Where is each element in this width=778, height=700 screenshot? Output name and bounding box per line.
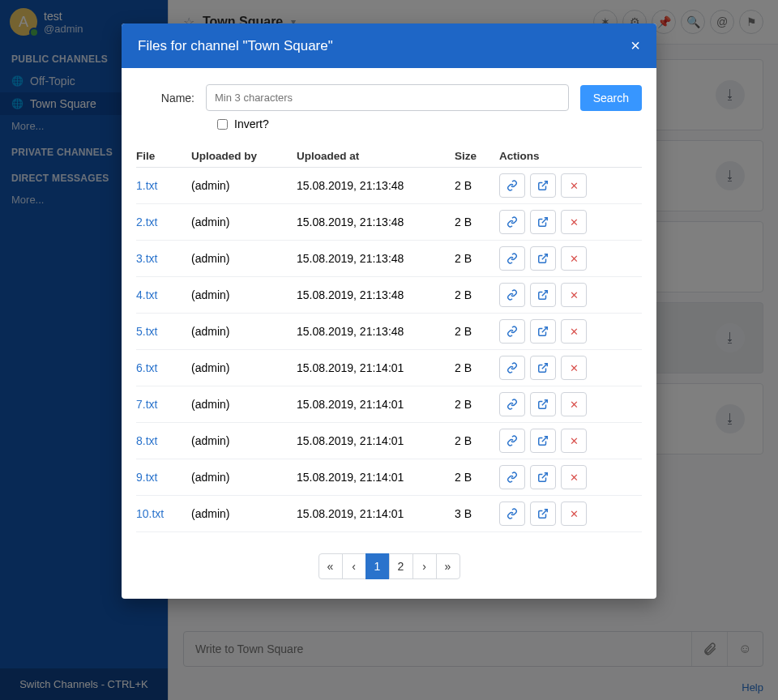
open-external-icon[interactable] [530, 356, 556, 380]
uploaded-by: (admin) [191, 361, 297, 374]
page-prev[interactable]: ‹ [342, 553, 366, 579]
file-size: 2 B [455, 252, 499, 265]
uploaded-at: 15.08.2019, 21:13:48 [297, 179, 455, 192]
col-uploaded-at: Uploaded at [297, 150, 455, 162]
file-size: 2 B [455, 361, 499, 374]
link-icon[interactable] [499, 173, 525, 198]
open-external-icon[interactable] [530, 465, 556, 489]
modal-title: Files for channel "Town Square" [138, 38, 333, 54]
invert-checkbox[interactable] [217, 119, 228, 130]
file-link[interactable]: 9.txt [136, 471, 191, 484]
table-row: 3.txt(admin)15.08.2019, 21:13:482 B✕ [136, 241, 642, 277]
uploaded-at: 15.08.2019, 21:14:01 [297, 361, 455, 374]
open-external-icon[interactable] [530, 319, 556, 344]
delete-icon[interactable]: ✕ [561, 319, 587, 344]
uploaded-by: (admin) [191, 252, 297, 265]
table-row: 6.txt(admin)15.08.2019, 21:14:012 B✕ [136, 350, 642, 386]
link-icon[interactable] [499, 210, 525, 234]
file-size: 2 B [455, 471, 499, 484]
file-link[interactable]: 5.txt [136, 325, 191, 338]
table-row: 9.txt(admin)15.08.2019, 21:14:012 B✕ [136, 459, 642, 496]
col-uploaded-by: Uploaded by [191, 150, 297, 162]
page-2[interactable]: 2 [389, 553, 413, 579]
open-external-icon[interactable] [530, 392, 556, 416]
file-link[interactable]: 7.txt [136, 398, 191, 411]
files-modal: Files for channel "Town Square" × Name: … [122, 23, 656, 599]
file-size: 2 B [455, 179, 499, 192]
row-actions: ✕ [499, 246, 642, 271]
row-actions: ✕ [499, 210, 642, 234]
page-1[interactable]: 1 [365, 553, 390, 579]
link-icon[interactable] [499, 283, 525, 307]
delete-icon[interactable]: ✕ [561, 210, 587, 234]
file-size: 2 B [455, 434, 499, 447]
file-link[interactable]: 8.txt [136, 434, 191, 447]
delete-icon[interactable]: ✕ [561, 502, 587, 526]
file-size: 2 B [455, 398, 499, 411]
row-actions: ✕ [499, 465, 642, 489]
file-link[interactable]: 3.txt [136, 252, 191, 265]
files-table: File Uploaded by Uploaded at Size Action… [136, 145, 642, 532]
page-next[interactable]: › [413, 553, 437, 579]
open-external-icon[interactable] [530, 173, 556, 198]
delete-icon[interactable]: ✕ [561, 246, 587, 271]
close-icon[interactable]: × [631, 36, 640, 55]
uploaded-by: (admin) [191, 325, 297, 338]
col-file: File [136, 150, 191, 162]
open-external-icon[interactable] [530, 210, 556, 234]
delete-icon[interactable]: ✕ [561, 392, 587, 416]
delete-icon[interactable]: ✕ [561, 283, 587, 307]
file-link[interactable]: 4.txt [136, 288, 191, 301]
uploaded-at: 15.08.2019, 21:14:01 [297, 398, 455, 411]
row-actions: ✕ [499, 173, 642, 198]
uploaded-at: 15.08.2019, 21:14:01 [297, 471, 455, 484]
table-row: 10.txt(admin)15.08.2019, 21:14:013 B✕ [136, 496, 642, 532]
uploaded-at: 15.08.2019, 21:14:01 [297, 507, 455, 520]
file-link[interactable]: 10.txt [136, 507, 191, 520]
file-link[interactable]: 2.txt [136, 216, 191, 228]
uploaded-by: (admin) [191, 507, 297, 520]
table-header: File Uploaded by Uploaded at Size Action… [136, 145, 642, 168]
file-link[interactable]: 6.txt [136, 361, 191, 374]
modal-header: Files for channel "Town Square" × [122, 23, 656, 68]
pagination: « ‹ 1 2 › » [136, 553, 642, 579]
delete-icon[interactable]: ✕ [561, 356, 587, 380]
row-actions: ✕ [499, 502, 642, 526]
name-search-input[interactable] [206, 84, 569, 111]
open-external-icon[interactable] [530, 246, 556, 271]
row-actions: ✕ [499, 429, 642, 453]
link-icon[interactable] [499, 502, 525, 526]
open-external-icon[interactable] [530, 502, 556, 526]
table-row: 5.txt(admin)15.08.2019, 21:13:482 B✕ [136, 314, 642, 350]
delete-icon[interactable]: ✕ [561, 465, 587, 489]
row-actions: ✕ [499, 319, 642, 344]
page-last[interactable]: » [436, 553, 460, 579]
search-button[interactable]: Search [580, 85, 642, 111]
uploaded-by: (admin) [191, 471, 297, 484]
open-external-icon[interactable] [530, 429, 556, 453]
link-icon[interactable] [499, 356, 525, 380]
page-first[interactable]: « [318, 553, 343, 579]
link-icon[interactable] [499, 465, 525, 489]
row-actions: ✕ [499, 392, 642, 416]
delete-icon[interactable]: ✕ [561, 429, 587, 453]
uploaded-by: (admin) [191, 179, 297, 192]
table-row: 1.txt(admin)15.08.2019, 21:13:482 B✕ [136, 168, 642, 204]
uploaded-at: 15.08.2019, 21:13:48 [297, 288, 455, 301]
open-external-icon[interactable] [530, 283, 556, 307]
link-icon[interactable] [499, 319, 525, 344]
delete-icon[interactable]: ✕ [561, 173, 587, 198]
table-row: 7.txt(admin)15.08.2019, 21:14:012 B✕ [136, 386, 642, 423]
uploaded-by: (admin) [191, 398, 297, 411]
row-actions: ✕ [499, 283, 642, 307]
link-icon[interactable] [499, 429, 525, 453]
file-link[interactable]: 1.txt [136, 179, 191, 192]
invert-label: Invert? [234, 117, 269, 130]
file-size: 3 B [455, 507, 499, 520]
link-icon[interactable] [499, 392, 525, 416]
uploaded-at: 15.08.2019, 21:13:48 [297, 216, 455, 228]
table-row: 2.txt(admin)15.08.2019, 21:13:482 B✕ [136, 204, 642, 241]
col-actions: Actions [499, 150, 642, 162]
link-icon[interactable] [499, 246, 525, 271]
uploaded-by: (admin) [191, 216, 297, 228]
